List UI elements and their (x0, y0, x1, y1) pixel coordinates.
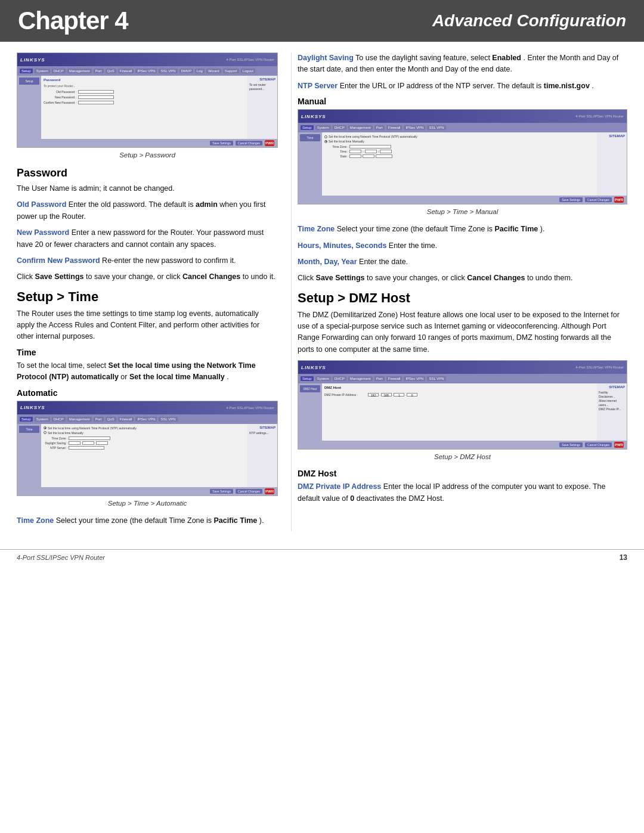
nav-ssl-auto: SSL VPN (159, 417, 177, 422)
router-name-header: 4-Port SSL/IPSec VPN Router (226, 58, 274, 61)
ntp-input[interactable] (69, 446, 104, 450)
nav-qos: QoS (106, 69, 116, 73)
setup-time-intro: The Router uses the time settings to tim… (17, 308, 278, 343)
manual-save-para: Click Save Settings to save your changes… (298, 272, 627, 284)
daylight-para: Daylight Saving To use the daylight savi… (298, 52, 627, 76)
auto-radio-group: Set the local time using Network Time Pr… (44, 426, 245, 435)
nav-ipsec-dmz: IPSec VPN (404, 376, 425, 381)
password-intro: The User Name is admin; it cannot be cha… (17, 183, 278, 194)
setup-dmz-heading: Setup > DMZ Host (298, 290, 627, 306)
manual-radio2[interactable] (324, 140, 327, 143)
nav-dmvpn: DMVP (179, 69, 193, 73)
dmz-private-ip-para: DMZ Private IP Address Enter the local I… (298, 481, 627, 504)
nav-dhcp-dmz: DHCP (333, 376, 346, 381)
sidebar-time-manual: Time (300, 134, 320, 141)
content-area: LINKSYS 4-Port SSL/IPSec VPN Router Setu… (0, 42, 644, 543)
ntp-label: NTP Server : (44, 446, 67, 450)
tz-select-manual[interactable] (349, 145, 391, 148)
manual-time-label: Time : (324, 150, 348, 153)
manual-date-label: Date : (324, 154, 348, 158)
dmz-ip-row: DMZ Private IP Address : 192 . 168 . 1 .… (324, 393, 595, 397)
auto-radio2[interactable] (44, 431, 47, 434)
nav-ssl-dmz: SSL VPN (427, 376, 445, 381)
year-input[interactable] (376, 154, 392, 158)
mdy-para: Month, Day, Year Enter the date. (298, 256, 627, 268)
nav-ipsec-manual: IPSec VPN (404, 125, 425, 130)
sitemap-auto: SITEMAP (249, 426, 275, 429)
dst-label: Daylight Saving : (44, 441, 67, 445)
nav-fw-manual: Firewall (386, 125, 402, 130)
advanced-config-title: Advanced Configuration (432, 11, 626, 30)
linksys-logo: LINKSYS (20, 57, 45, 63)
manual-radio1[interactable] (324, 135, 327, 138)
password-heading: Password (44, 78, 245, 82)
dmz-ip-label: DMZ Private IP Address : (324, 393, 366, 397)
nav-ipsec-auto: IPSec VPN (135, 417, 157, 422)
save-settings-btn[interactable]: Save Settings (210, 141, 233, 145)
nav-log: Log (195, 69, 205, 73)
hms-para: Hours, Minutes, Seconds Enter the time. (298, 240, 627, 252)
sitemap-label: SITEMAP (249, 78, 275, 81)
sitemap-links-auto: NTP settings... (249, 431, 275, 435)
nav-qos-auto: QoS (106, 417, 116, 422)
ip-oct4[interactable]: 0 (407, 393, 417, 397)
cancel-dmz-btn[interactable]: Cancel Changes (585, 442, 612, 447)
ntp-server-para: NTP Server Enter the URL or IP address o… (298, 80, 627, 92)
nav-port: Port (94, 69, 104, 73)
cancel-auto-btn[interactable]: Cancel Changes (236, 489, 262, 494)
new-pw-label: New Password : (44, 95, 76, 99)
old-password-para: Old Password Enter the old password. The… (17, 199, 278, 222)
manual-radio2-row: Set the local time Manually (324, 140, 595, 143)
nav-sys-auto: System (35, 417, 50, 422)
timezone-manual-para: Time Zone Select your time zone (the def… (298, 224, 627, 235)
tz-label-auto: Time Zone : (44, 436, 67, 440)
manual-time-row: Time : : : (324, 150, 595, 153)
month-input[interactable] (349, 154, 361, 158)
page-footer: 4-Port SSL/IPSec VPN Router 13 (0, 549, 644, 565)
cancel-manual-btn[interactable]: Cancel Changes (585, 197, 612, 202)
ip-oct3[interactable]: 1 (394, 393, 404, 397)
save-auto-btn[interactable]: Save Settings (210, 489, 233, 494)
nav-fw: Firewall (118, 69, 134, 73)
dst-row: Daylight Saving : (44, 441, 245, 445)
dst-day[interactable] (82, 441, 94, 445)
minutes-input[interactable] (365, 150, 377, 153)
password-screenshot: LINKSYS 4-Port SSL/IPSec VPN Router Setu… (17, 52, 278, 148)
linksys-logo-auto: LINKSYS (20, 405, 45, 410)
dst-month[interactable] (69, 441, 80, 445)
dmz-host-sub-heading: DMZ Host (298, 469, 627, 478)
nav-port-auto: Port (94, 417, 104, 422)
dst-year[interactable] (96, 441, 108, 445)
ip-oct2[interactable]: 168 (381, 393, 392, 397)
pwr-manual: PWR (614, 197, 624, 203)
manual-sub-heading: Manual (298, 97, 627, 106)
nav-setup-dmz: Setup (301, 376, 314, 381)
day-input[interactable] (363, 154, 374, 158)
hours-input[interactable] (349, 150, 361, 153)
save-manual-btn[interactable]: Save Settings (559, 197, 583, 202)
nav-wizard: Wizard (206, 69, 221, 73)
ip-oct1[interactable]: 192 (368, 393, 379, 397)
sitemap-dmz-links: Facility Disclaimer... Allow internet us… (599, 391, 625, 411)
sidebar-dmz: DMZ Host (300, 385, 320, 392)
time-sub-heading: Time (17, 348, 278, 357)
chapter-title: Chapter 4 (18, 7, 128, 35)
confirm-pw-input[interactable] (78, 101, 114, 104)
seconds-input[interactable] (380, 150, 392, 153)
dmz-main-heading: DMZ Host (324, 386, 595, 389)
nav-ipsec: IPSec VPN (135, 69, 157, 73)
cancel-changes-btn[interactable]: Cancel Changes (236, 141, 262, 145)
confirm-para: Confirm New Password Re-enter the new pa… (17, 255, 278, 267)
pwr-auto: PWR (265, 488, 274, 494)
product-label: 4-Port SSL/IPSec VPN Router (17, 554, 105, 561)
old-pw-label: Old Password : (44, 90, 76, 94)
old-pw-input[interactable] (78, 90, 114, 94)
manual-screenshot: LINKSYS 4-Port SSL/IPSec VPN Router Setu… (298, 109, 627, 205)
tz-select-auto[interactable] (69, 436, 110, 440)
auto-radio1[interactable] (44, 426, 47, 429)
new-pw-input[interactable] (78, 95, 114, 99)
dmz-intro: The DMZ (Demilitarized Zone) Host featur… (298, 309, 627, 356)
timezone-auto-para: Time Zone Select your time zone (the def… (17, 515, 278, 527)
save-dmz-btn[interactable]: Save Settings (559, 442, 583, 447)
manual-caption: Setup > Time > Manual (298, 208, 627, 215)
